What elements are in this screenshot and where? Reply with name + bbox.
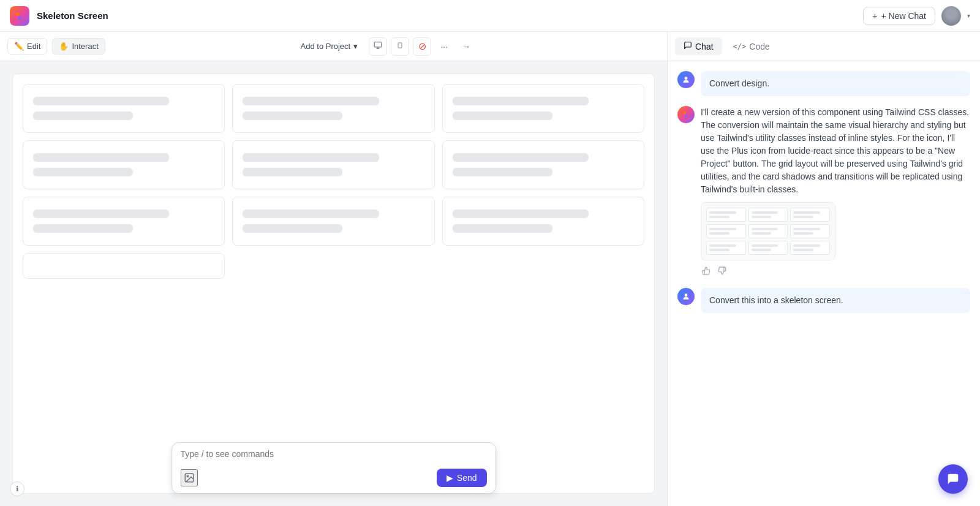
add-project-label: Add to Project <box>301 42 351 51</box>
svg-point-10 <box>685 77 688 80</box>
thumb-line <box>793 232 813 235</box>
interact-button[interactable]: ✋ Interact <box>52 38 105 55</box>
thumb-line <box>709 244 736 247</box>
skeleton-line <box>453 168 552 176</box>
ellipsis-icon: ··· <box>440 42 448 51</box>
thumb-line <box>709 216 729 218</box>
thumbs-down-button[interactable] <box>717 265 728 278</box>
interact-icon: ✋ <box>59 42 69 51</box>
more-options-button[interactable]: ··· <box>435 37 453 56</box>
new-chat-button[interactable]: + + New Chat <box>863 7 935 25</box>
skeleton-card <box>232 84 434 133</box>
chat-tab-label: Chat <box>695 42 714 51</box>
skeleton-line <box>453 224 552 233</box>
svg-point-11 <box>683 111 686 115</box>
skeleton-grid-row-2 <box>23 140 644 189</box>
edit-button[interactable]: ✏️ Edit <box>7 38 47 55</box>
svg-point-1 <box>20 12 23 16</box>
skeleton-card <box>232 197 434 246</box>
skeleton-line <box>33 224 133 233</box>
skeleton-line <box>243 97 379 105</box>
chat-tab-icon <box>684 41 692 51</box>
thumbs-up-button[interactable] <box>701 265 712 278</box>
top-nav: Skeleton Screen + + New Chat ▾ <box>0 0 980 32</box>
info-button[interactable]: ℹ <box>10 481 24 496</box>
skeleton-card <box>232 140 434 189</box>
thumb-line <box>793 216 813 218</box>
add-project-button[interactable]: Add to Project ▾ <box>295 39 364 54</box>
thumb-line <box>793 211 820 214</box>
svg-point-2 <box>18 16 21 20</box>
skeleton-line <box>33 153 169 162</box>
skeleton-grid-row-1 <box>23 84 644 133</box>
app-logo <box>10 6 29 26</box>
app-title: Skeleton Screen <box>37 10 856 21</box>
user-message-bg: Convert this into a skeleton screen. <box>701 288 970 313</box>
skeleton-line <box>243 224 342 233</box>
avatar[interactable] <box>941 6 961 26</box>
message-text: Convert design. <box>709 77 962 90</box>
avatar-image <box>941 6 961 26</box>
thumb-line <box>752 249 772 251</box>
thumb-line <box>752 216 772 218</box>
chat-input-area: ▶ Send <box>172 442 496 494</box>
chat-messages: Convert design. I'll create a new versio… <box>668 61 980 506</box>
main-layout: ✏️ Edit ✋ Interact Add to Project ▾ <box>0 32 980 506</box>
thumb-line <box>709 232 729 235</box>
thumb-line <box>793 244 820 247</box>
thumb-line <box>709 228 736 230</box>
right-toolbar: Chat </> Code <box>668 32 980 61</box>
thumb-line <box>793 249 813 251</box>
skeleton-line <box>33 97 169 105</box>
send-label: Send <box>457 473 477 483</box>
skeleton-line <box>243 153 379 162</box>
image-upload-button[interactable] <box>181 469 198 486</box>
toolbar-right: ⊘ ··· → <box>369 37 475 56</box>
desktop-icon <box>374 41 382 51</box>
edit-icon: ✏️ <box>14 42 24 51</box>
thumb-line <box>709 249 729 251</box>
thumb-cell <box>706 224 746 238</box>
message-group: I'll create a new version of this compon… <box>677 106 970 278</box>
skeleton-line <box>243 111 342 120</box>
message-bubble: Convert design. <box>701 71 970 96</box>
mobile-view-button[interactable] <box>391 37 409 56</box>
skeleton-card <box>442 197 644 246</box>
chat-bubble-button[interactable] <box>938 464 968 494</box>
chevron-down-icon[interactable]: ▾ <box>967 12 970 19</box>
send-button[interactable]: ▶ Send <box>437 469 487 487</box>
desktop-view-button[interactable] <box>369 37 387 56</box>
skeleton-line <box>33 210 169 218</box>
thumb-line <box>752 228 778 230</box>
message-actions <box>701 265 970 278</box>
mobile-icon <box>397 41 403 51</box>
stop-button[interactable]: ⊘ <box>413 37 431 56</box>
thumb-line <box>752 232 772 235</box>
thumb-cell <box>748 224 788 238</box>
skeleton-line <box>33 168 133 176</box>
chevron-down-icon: ▾ <box>353 42 358 51</box>
thumb-cell <box>706 241 746 255</box>
svg-point-12 <box>686 111 689 115</box>
tab-code[interactable]: </> Code <box>725 38 778 55</box>
thumb-cell <box>706 208 746 222</box>
tab-chat[interactable]: Chat <box>675 37 722 55</box>
thumb-inner <box>701 203 835 260</box>
message-text: Convert this into a skeleton screen. <box>709 294 962 307</box>
code-tab-label: Code <box>749 42 769 51</box>
message-group: Convert this into a skeleton screen. <box>677 288 970 313</box>
skeleton-line <box>453 97 589 105</box>
svg-point-14 <box>685 293 688 296</box>
thumb-line <box>752 211 778 214</box>
expand-button[interactable]: → <box>457 37 475 56</box>
nav-right: + + New Chat ▾ <box>863 6 970 26</box>
thumb-line <box>709 211 736 214</box>
right-panel: Chat </> Code Convert design. <box>668 32 980 506</box>
skeleton-preview <box>12 74 655 494</box>
left-panel: ✏️ Edit ✋ Interact Add to Project ▾ <box>0 32 668 506</box>
chat-input[interactable] <box>181 449 487 459</box>
thumb-cell <box>748 241 788 255</box>
skeleton-card <box>23 84 225 133</box>
edit-label: Edit <box>27 42 40 51</box>
new-chat-label: + New Chat <box>881 11 926 21</box>
